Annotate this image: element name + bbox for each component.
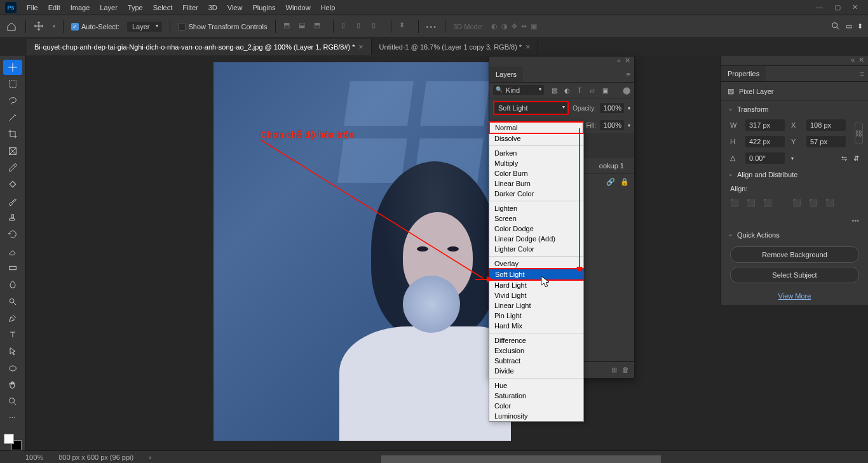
blend-linearburn[interactable]: Linear Burn bbox=[489, 178, 583, 189]
menu-3d[interactable]: 3D bbox=[203, 1, 222, 14]
blend-pinlight[interactable]: Pin Light bbox=[489, 311, 583, 321]
align-vcenter-icon[interactable]: ⬓ bbox=[299, 21, 310, 32]
move-tool-icon[interactable] bbox=[34, 21, 45, 32]
flip-horizontal-icon[interactable]: ⇋ bbox=[841, 154, 847, 163]
panel-close-icon[interactable]: ✕ bbox=[625, 57, 630, 67]
align-section-header[interactable]: Align and Distribute bbox=[721, 166, 868, 182]
blend-linearlight[interactable]: Linear Light bbox=[489, 300, 583, 311]
panel-collapse-icon[interactable]: « bbox=[851, 56, 855, 65]
rotation-flyout-icon[interactable]: ▾ bbox=[791, 156, 794, 161]
3d-roll-icon[interactable]: ◑ bbox=[501, 22, 508, 30]
lasso-tool[interactable] bbox=[3, 93, 22, 109]
flip-vertical-icon[interactable]: ⇵ bbox=[853, 154, 859, 163]
tab-close-icon[interactable]: × bbox=[359, 43, 363, 51]
panel-collapse-icon[interactable]: « bbox=[617, 57, 621, 67]
search-icon[interactable] bbox=[831, 21, 841, 32]
rotation-input[interactable]: 0.00° bbox=[745, 152, 785, 164]
blend-colorburn[interactable]: Color Burn bbox=[489, 168, 583, 178]
filter-type-icon[interactable]: T bbox=[574, 85, 585, 95]
blend-darkercolor[interactable]: Darker Color bbox=[489, 189, 583, 199]
blend-hardlight[interactable]: Hard Light bbox=[489, 280, 583, 290]
window-close-icon[interactable]: ✕ bbox=[852, 3, 858, 11]
status-flyout-icon[interactable]: › bbox=[149, 453, 151, 461]
blend-divide[interactable]: Divide bbox=[489, 366, 583, 376]
y-input[interactable]: 57 px bbox=[806, 136, 846, 147]
type-tool[interactable] bbox=[3, 327, 22, 342]
history-brush-tool[interactable] bbox=[3, 227, 22, 242]
blend-dissolve[interactable]: Dissolve bbox=[489, 133, 583, 144]
fill-flyout-icon[interactable]: ▾ bbox=[628, 123, 630, 128]
menu-window[interactable]: Window bbox=[281, 1, 316, 14]
panel-menu-icon[interactable]: ≡ bbox=[857, 66, 868, 81]
fill-input[interactable]: 100% bbox=[600, 120, 624, 130]
blend-lighten[interactable]: Lighten bbox=[489, 203, 583, 213]
align-bottom-icon[interactable]: ⬒ bbox=[314, 21, 325, 32]
blend-lightercolor[interactable]: Lighter Color bbox=[489, 244, 583, 254]
eraser-tool[interactable] bbox=[3, 243, 22, 258]
menu-help[interactable]: Help bbox=[316, 1, 341, 14]
align-top-edges-icon[interactable]: ⬛ bbox=[792, 199, 804, 210]
brush-tool[interactable] bbox=[3, 194, 22, 209]
filter-toggle-icon[interactable]: ⬤ bbox=[623, 86, 630, 95]
hand-tool[interactable] bbox=[3, 377, 22, 393]
blend-softlight[interactable]: Soft Light bbox=[489, 268, 584, 281]
height-input[interactable]: 422 px bbox=[745, 136, 785, 147]
menu-plugins[interactable]: Plugins bbox=[247, 1, 280, 14]
menu-layer[interactable]: Layer bbox=[95, 1, 123, 14]
delete-layer-icon[interactable]: 🗑 bbox=[622, 366, 629, 374]
align-top-icon[interactable]: ⬒ bbox=[283, 21, 295, 32]
distribute-spacing-icon[interactable]: ⬍ bbox=[399, 21, 410, 32]
properties-tab[interactable]: Properties bbox=[721, 66, 766, 81]
layer-filter-kind-dropdown[interactable]: Kind bbox=[493, 85, 544, 95]
3d-orbit-icon[interactable]: ◐ bbox=[491, 22, 498, 30]
blend-mode-dropdown[interactable]: Soft Light bbox=[493, 101, 569, 115]
healing-tool[interactable] bbox=[3, 177, 22, 192]
new-layer-icon[interactable]: ⊞ bbox=[611, 366, 617, 374]
menu-file[interactable]: File bbox=[22, 1, 43, 14]
auto-select-target-dropdown[interactable]: Layer bbox=[127, 22, 163, 32]
panel-menu-icon[interactable]: ≡ bbox=[623, 67, 634, 82]
align-hcenter-icon[interactable]: ▯ bbox=[356, 21, 368, 32]
menu-image[interactable]: Image bbox=[65, 1, 95, 14]
path-selection-tool[interactable] bbox=[3, 344, 22, 359]
blend-saturation[interactable]: Saturation bbox=[489, 391, 583, 401]
lock-icon[interactable]: 🔒 bbox=[620, 178, 629, 186]
frame-tool[interactable] bbox=[3, 144, 22, 159]
tab-close-icon[interactable]: × bbox=[526, 43, 530, 51]
document-tab-2[interactable]: Untitled-1 @ 16.7% (Layer 1 copy 3, RGB/… bbox=[372, 39, 539, 55]
quick-actions-header[interactable]: Quick Actions bbox=[721, 227, 868, 243]
align-hcenters-icon[interactable]: ⬛ bbox=[747, 199, 758, 210]
dodge-tool[interactable] bbox=[3, 293, 22, 309]
zoom-level[interactable]: 100% bbox=[25, 453, 43, 461]
gradient-tool[interactable] bbox=[3, 260, 22, 276]
home-icon[interactable] bbox=[5, 20, 18, 33]
more-options-icon[interactable]: ••• bbox=[426, 23, 438, 30]
blend-overlay[interactable]: Overlay bbox=[489, 258, 583, 269]
stamp-tool[interactable] bbox=[3, 210, 22, 225]
width-input[interactable]: 317 px bbox=[745, 119, 785, 131]
remove-background-button[interactable]: Remove Background bbox=[730, 246, 859, 263]
link-dimensions-icon[interactable]: ⛓ bbox=[855, 123, 863, 144]
3d-pan-icon[interactable]: ✥ bbox=[512, 22, 517, 30]
select-subject-button[interactable]: Select Subject bbox=[730, 267, 859, 283]
move-tool[interactable] bbox=[3, 60, 22, 75]
filter-smart-icon[interactable]: ▣ bbox=[600, 85, 610, 95]
pen-tool[interactable] bbox=[3, 311, 22, 326]
align-vcenters-icon[interactable]: ⬛ bbox=[809, 199, 820, 210]
color-swatches[interactable] bbox=[4, 434, 22, 450]
menu-filter[interactable]: Filter bbox=[177, 1, 203, 14]
align-bottom-edges-icon[interactable]: ⬛ bbox=[825, 199, 837, 210]
window-maximize-icon[interactable]: ▢ bbox=[834, 3, 841, 11]
blend-screen[interactable]: Screen bbox=[489, 213, 583, 224]
opacity-flyout-icon[interactable]: ▾ bbox=[628, 105, 630, 111]
blend-exclusion[interactable]: Exclusion bbox=[489, 346, 583, 356]
eyedropper-tool[interactable] bbox=[3, 160, 22, 175]
blend-hardmix[interactable]: Hard Mix bbox=[489, 321, 583, 331]
blend-darken[interactable]: Darken bbox=[489, 148, 583, 158]
show-transform-checkbox[interactable]: Show Transform Controls bbox=[178, 23, 267, 30]
blend-hue[interactable]: Hue bbox=[489, 380, 583, 391]
edit-toolbar[interactable]: ⋯ bbox=[3, 411, 22, 426]
3d-slide-icon[interactable]: ⬌ bbox=[521, 22, 527, 30]
magic-wand-tool[interactable] bbox=[3, 110, 22, 125]
filter-adjustment-icon[interactable]: ◐ bbox=[562, 85, 572, 95]
